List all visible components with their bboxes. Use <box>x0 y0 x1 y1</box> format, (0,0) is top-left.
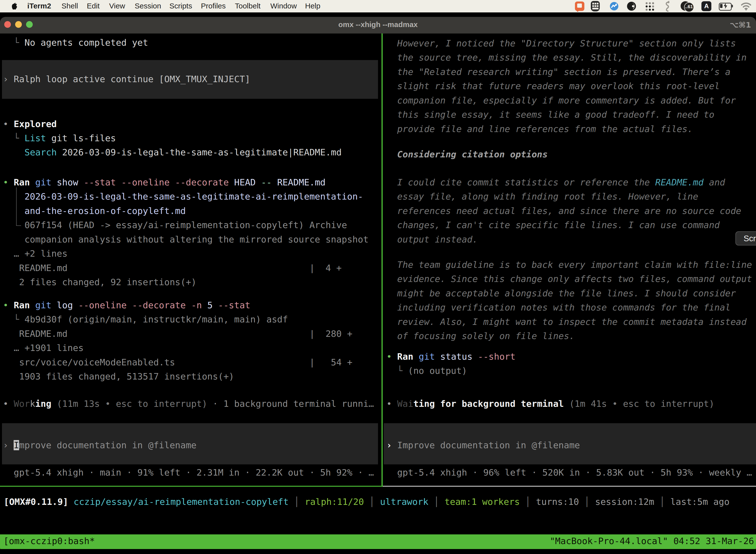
battery-nub <box>732 5 733 7</box>
terminal-line: including verification notes with those … <box>386 300 731 315</box>
terminal-line: changes, I can't cite specific file line… <box>386 218 720 232</box>
kb-bar <box>592 8 598 9</box>
usage-badge-label: ..61 <box>685 4 693 9</box>
grid-dot <box>652 9 654 11</box>
terminal-line: and-the-erosion-of-copyleft.md <box>3 204 186 218</box>
window-shortcut: ⌥⌘1 <box>730 20 751 29</box>
kb-dot <box>594 5 596 7</box>
omx-status-segment: session:12m <box>595 497 654 507</box>
terminal-line: README.md | 4 + <box>3 261 341 275</box>
tmux-session-label[interactable]: [omx-cczip0:bash* <box>3 536 95 546</box>
terminal-line: 067f154 (HEAD -> essay/ai-reimplementati… <box>3 218 347 232</box>
terminal-line: • Waiting for background terminal (1m 41… <box>386 397 714 411</box>
terminal-line: essay file, along with finding root file… <box>386 189 698 204</box>
menu-item-session[interactable]: Session <box>135 2 161 10</box>
terminal-line: └ 4b9d30f (origin/main, instructkr/main,… <box>3 312 288 326</box>
terminal-line: • Ran git status --short <box>386 349 515 364</box>
terminal-line: • Explored <box>3 117 57 131</box>
screen-recording-icon[interactable] <box>575 1 584 11</box>
iterm-window: omx --xhigh --madmax ⌥⌘1 └ No agents com… <box>0 17 756 553</box>
kb-dot <box>592 3 594 4</box>
kb-dot <box>594 3 596 4</box>
pane-divider[interactable] <box>381 34 383 486</box>
seahorse-icon[interactable] <box>663 1 673 12</box>
terminal-line: • Ran git show --stat --oneline --decora… <box>3 175 326 189</box>
terminal-line: Considering citation options <box>386 147 548 161</box>
menu-app-name[interactable]: iTerm2 <box>27 2 51 10</box>
terminal-line: of focusing solely on file lines. <box>386 329 575 343</box>
menu-item-edit[interactable]: Edit <box>87 2 100 10</box>
terminal-line: companion analysis without altering the … <box>3 232 369 246</box>
input-source-icon[interactable]: A <box>701 1 711 11</box>
menu-item-profiles[interactable]: Profiles <box>201 2 226 10</box>
terminal-line: 2026-03-09-is-legal-the-same-as-legitima… <box>3 189 363 204</box>
menu-item-scripts[interactable]: Scripts <box>170 2 192 10</box>
wifi-icon[interactable] <box>741 2 752 10</box>
menu-item-window[interactable]: Window <box>270 2 297 10</box>
omx-status-segment: cczip/essay/ai-reimplementation-copyleft <box>68 497 289 507</box>
kb-dot <box>592 5 594 7</box>
omx-status-segment: [OMX#0.11.9] <box>4 497 68 507</box>
terminal-line: the "Related research writing" section i… <box>386 65 731 79</box>
terminal-line: README.md | 280 + <box>3 327 353 341</box>
omx-status-line: [OMX#0.11.9] cczip/essay/ai-reimplementa… <box>4 495 730 509</box>
omx-status-segment: │ <box>364 497 380 507</box>
terminal-line: gpt-5.4 xhigh · 96% left · 520K in · 5.8… <box>386 465 752 480</box>
screen-recording-tail <box>576 8 579 12</box>
screen: iTerm2 Shell Edit View Session Scripts P… <box>0 0 756 554</box>
left-pane-border <box>0 486 383 487</box>
menu-item-help[interactable]: Help <box>305 2 320 10</box>
terminal-line: 2 files changed, 92 insertions(+) <box>3 275 196 289</box>
stats-icon[interactable] <box>609 1 619 11</box>
omx-status-segment: ultrawork <box>380 497 428 507</box>
grid-dot <box>649 2 651 4</box>
omx-status-segment: │ <box>428 497 444 507</box>
terminal-line: src/voice/voiceModeEnabled.ts | 54 + <box>3 355 353 369</box>
terminal-line: provide file and line references from th… <box>386 122 693 136</box>
omx-status-segment: │ <box>579 497 595 507</box>
grid-dot <box>646 9 648 11</box>
tmux-host-clock: "MacBook-Pro-44.local" 04:52 31-Mar-26 <box>550 536 754 546</box>
kb-dot <box>597 5 598 7</box>
terminal-line: • Working (11m 13s • esc to interrupt) ·… <box>3 397 374 411</box>
kb-dot <box>597 3 598 4</box>
omx-status-segment: │ <box>520 497 536 507</box>
omx-status-segment: │ <box>654 497 671 507</box>
terminal-line: gpt-5.4 xhigh · main · 91% left · 2.31M … <box>3 465 374 480</box>
menu-item-view[interactable]: View <box>109 2 125 10</box>
grid-dot <box>652 2 654 4</box>
app-grid-icon[interactable] <box>645 2 654 11</box>
terminal-line: The team guideline is to back every impo… <box>386 258 752 272</box>
window-title: omx --xhigh --madmax <box>0 20 756 29</box>
battery-icon[interactable] <box>719 3 733 10</box>
terminal-line: └ List git ls-files <box>3 131 116 145</box>
omx-status-segment: last:5m ago <box>671 497 730 507</box>
terminal-line: companion file, especially if more comme… <box>386 93 736 107</box>
left-terminal-pane[interactable]: └ No agents completed yet› Ralph loop ac… <box>0 34 381 486</box>
keyboard-status-icon[interactable] <box>591 1 600 11</box>
usage-badge-icon[interactable]: ..61 <box>681 1 694 11</box>
terminal-line: › Improve documentation in @filename <box>386 438 580 452</box>
terminal-line: might be acceptable alongside the file l… <box>386 286 736 300</box>
terminal-line: Search 2026-03-09-is-legal-the-same-as-l… <box>3 145 341 159</box>
battery-bolt <box>722 3 729 9</box>
menu-item-toolbelt[interactable]: Toolbelt <box>235 2 260 10</box>
omx-status-segment: │ <box>289 497 305 507</box>
screen-share-tooltip[interactable]: Scre <box>736 231 756 245</box>
right-terminal-pane[interactable]: However, I noticed the "Directory Struct… <box>383 34 756 486</box>
terminal-line: … +2 lines <box>3 246 67 261</box>
omx-status-segment: turns:10 <box>536 497 579 507</box>
window-title-bar[interactable]: omx --xhigh --madmax ⌥⌘1 <box>0 17 756 34</box>
terminal-line: references need actual files, and since … <box>386 204 741 218</box>
terminal-line: … +1901 lines <box>3 341 83 355</box>
terminal-line: output instead. <box>386 232 478 246</box>
menu-bar: iTerm2 Shell Edit View Session Scripts P… <box>0 0 756 12</box>
terminal-line: this single essay, it seems like a good … <box>386 107 714 122</box>
omx-status-segment: team:1 workers <box>444 497 520 507</box>
apple-logo-icon[interactable] <box>10 2 17 10</box>
terminal-line: the source tree, missing the essay. Stil… <box>386 50 747 64</box>
kagi-icon[interactable] <box>627 1 636 11</box>
terminal-line: evidence. Since this change only affects… <box>386 272 752 286</box>
menu-item-shell[interactable]: Shell <box>62 2 78 10</box>
terminal-line: › Improve documentation in @filename <box>3 438 196 452</box>
